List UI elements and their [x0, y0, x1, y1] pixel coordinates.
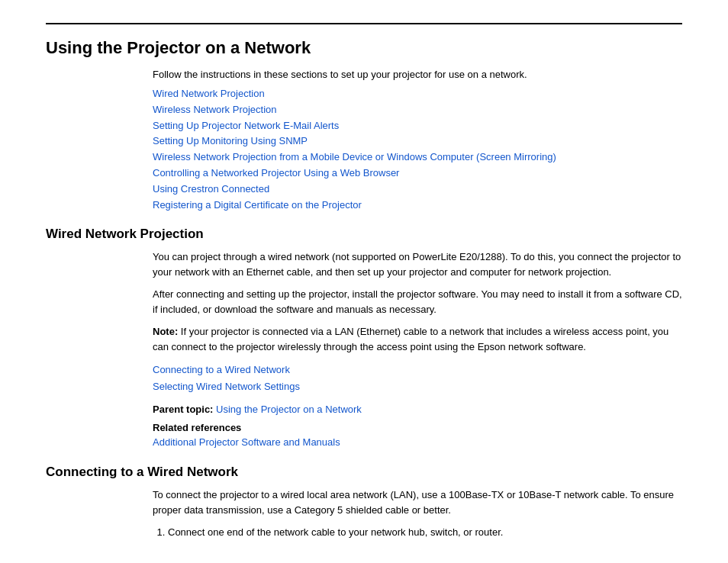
note-label: Note:	[153, 326, 178, 337]
top-rule	[46, 23, 682, 24]
section-links-wired: Connecting to a Wired Network Selecting …	[153, 362, 682, 395]
intro-text: Follow the instructions in these section…	[153, 69, 682, 80]
toc-link-wireless[interactable]: Wireless Network Projection	[153, 102, 682, 118]
link-selecting-wired[interactable]: Selecting Wired Network Settings	[153, 378, 682, 395]
toc-link-wired[interactable]: Wired Network Projection	[153, 86, 682, 102]
toc-link-email[interactable]: Setting Up Projector Network E-Mail Aler…	[153, 118, 682, 134]
toc-link-crestron[interactable]: Using Crestron Connected	[153, 182, 682, 198]
toc-link-mirroring[interactable]: Wireless Network Projection from a Mobil…	[153, 150, 682, 166]
toc-links: Wired Network Projection Wireless Networ…	[153, 86, 682, 213]
numbered-list: Connect one end of the network cable to …	[168, 525, 682, 540]
wired-para-1: You can project through a wired network …	[153, 249, 682, 279]
toc-link-cert[interactable]: Registering a Digital Certificate on the…	[153, 198, 682, 214]
related-refs-heading: Related references	[153, 422, 682, 433]
parent-topic-label: Parent topic:	[153, 404, 213, 415]
link-additional-software[interactable]: Additional Projector Software and Manual…	[153, 435, 682, 451]
list-item-1: Connect one end of the network cable to …	[168, 525, 682, 540]
section-title-wired: Wired Network Projection	[46, 227, 682, 242]
note-text: If your projector is connected via a LAN…	[153, 326, 668, 352]
page-container: Using the Projector on a Network Follow …	[0, 0, 728, 563]
parent-topic: Parent topic: Using the Projector on a N…	[153, 402, 682, 418]
page-title: Using the Projector on a Network	[46, 38, 682, 58]
link-connecting-wired[interactable]: Connecting to a Wired Network	[153, 362, 682, 378]
section-body-wired: You can project through a wired network …	[153, 249, 682, 354]
toc-link-browser[interactable]: Controlling a Networked Projector Using …	[153, 166, 682, 182]
wired-note: Note: If your projector is connected via…	[153, 324, 682, 354]
section-body-connecting: To connect the projector to a wired loca…	[153, 487, 682, 540]
connecting-para-1: To connect the projector to a wired loca…	[153, 487, 682, 517]
wired-para-2: After connecting and setting up the proj…	[153, 287, 682, 317]
related-refs: Related references Additional Projector …	[153, 422, 682, 451]
toc-link-snmp[interactable]: Setting Up Monitoring Using SNMP	[153, 134, 682, 150]
section-title-connecting: Connecting to a Wired Network	[46, 465, 682, 480]
parent-topic-link[interactable]: Using the Projector on a Network	[216, 404, 362, 415]
